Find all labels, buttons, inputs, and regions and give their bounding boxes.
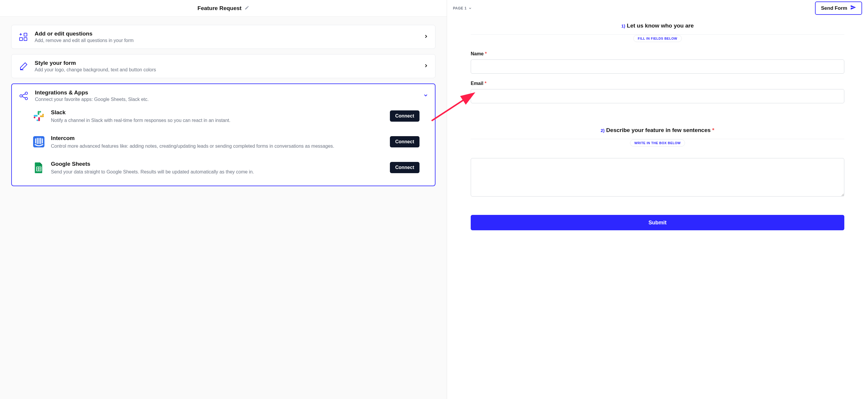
svg-point-18 [36,119,38,121]
integrations-section-card[interactable]: Integrations & Apps Connect your favorit… [11,84,435,186]
email-field-block: Email * [471,81,844,103]
svg-line-10 [22,96,26,98]
svg-point-16 [39,111,41,113]
connect-button[interactable]: Connect [390,111,420,122]
svg-rect-21 [37,138,38,144]
svg-point-7 [25,92,28,94]
chevron-down-icon [468,6,472,10]
questions-section-card[interactable]: Add or edit questions Add, remove and ed… [11,25,435,49]
edit-title-icon[interactable] [245,5,249,11]
section-number: 2) [601,128,604,133]
integration-google-sheets: Google Sheets Send your data straight to… [33,157,420,179]
form-title: Feature Request [197,5,242,11]
svg-rect-24 [42,139,43,144]
chevron-down-icon [423,93,428,99]
send-icon [850,4,856,12]
section-hint-pill: FILL IN FIELDS BELOW [633,35,681,42]
chevron-right-icon [423,63,429,69]
integration-intercom: Intercom Control more advanced features … [33,131,420,154]
style-subtitle: Add your logo, change background, text a… [35,67,417,72]
questions-title: Add or edit questions [35,30,417,37]
description-field-block [471,158,844,198]
send-form-button[interactable]: Send Form [815,1,862,15]
style-title: Style your form [35,60,417,66]
questions-subtitle: Add, remove and edit all questions in yo… [35,38,417,43]
email-label: Email * [471,81,844,86]
editor-body: Add or edit questions Add, remove and ed… [0,17,447,200]
svg-rect-11 [34,115,38,117]
required-indicator: * [485,81,487,86]
integration-desc: Control more advanced features like: add… [51,143,384,150]
svg-point-8 [25,97,28,100]
name-label: Name * [471,51,844,57]
section-number: 1) [621,23,625,28]
svg-line-9 [22,94,26,95]
page-selector[interactable]: PAGE 1 [453,6,472,10]
intercom-icon [33,135,45,148]
editor-header: Feature Request [0,0,447,17]
section-1-heading: 1) Let us know who you are [471,23,844,29]
svg-rect-14 [38,117,40,121]
submit-button[interactable]: Submit [471,215,844,230]
name-input[interactable] [471,60,844,74]
email-input[interactable] [471,89,844,103]
svg-rect-12 [38,111,39,115]
style-section-card[interactable]: Style your form Add your logo, change ba… [11,54,435,78]
svg-rect-23 [40,138,41,144]
preview-panel: PAGE 1 Send Form 1) Let us know who you … [447,0,868,399]
integration-name: Slack [51,109,384,116]
connect-button[interactable]: Connect [390,162,420,173]
section-title: Describe your feature in few sentences [606,127,711,133]
required-indicator: * [712,127,714,133]
form-preview: 1) Let us know who you are FILL IN FIELD… [447,17,868,399]
connect-button[interactable]: Connect [390,136,420,147]
editor-panel: Feature Request Add or edit questions Ad… [0,0,447,399]
svg-rect-4 [24,38,27,40]
section-title: Let us know who you are [627,23,694,29]
add-grid-icon [18,32,29,42]
svg-point-17 [42,114,44,116]
chevron-right-icon [423,34,429,40]
section-2-heading: 2) Describe your feature in few sentence… [471,127,844,133]
required-indicator: * [485,51,487,56]
pencil-icon [18,61,29,72]
integration-desc: Send your data straight to Google Sheets… [51,168,384,175]
page-label: PAGE 1 [453,6,467,10]
integrations-title: Integrations & Apps [35,89,417,96]
svg-rect-13 [40,116,44,117]
google-sheets-icon [33,161,45,174]
preview-header: PAGE 1 Send Form [447,0,868,17]
integration-desc: Notify a channel in Slack with real-time… [51,117,384,124]
integration-name: Google Sheets [51,161,384,167]
send-form-label: Send Form [821,5,847,11]
svg-rect-3 [20,38,23,40]
svg-point-15 [34,117,35,118]
integration-name: Intercom [51,135,384,142]
slack-icon [33,110,45,122]
name-field-block: Name * [471,51,844,74]
integrations-subtitle: Connect your favorite apps: Google Sheet… [35,97,417,102]
description-textarea[interactable] [471,158,844,196]
svg-point-6 [20,95,22,97]
svg-rect-22 [38,138,39,144]
integration-slack: Slack Notify a channel in Slack with rea… [33,105,420,128]
share-icon [18,91,29,101]
svg-rect-20 [35,139,36,144]
integrations-list: Slack Notify a channel in Slack with rea… [18,102,428,183]
section-hint-pill: WRITE IN THE BOX BELOW [630,140,685,147]
svg-rect-2 [24,33,27,36]
